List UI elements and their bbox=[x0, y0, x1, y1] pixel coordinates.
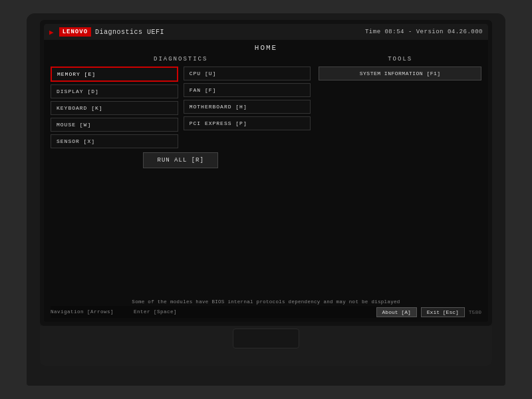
cpu-button[interactable]: CPU [U] bbox=[184, 66, 311, 80]
nav-hint-arrows: Navigation [Arrows] bbox=[51, 309, 114, 315]
keyboard-button[interactable]: KEYBOARD [K] bbox=[51, 101, 178, 115]
page-title: HOME bbox=[51, 44, 481, 52]
exit-button[interactable]: Exit [Esc] bbox=[421, 307, 465, 317]
time-version: Time 08:54 - Version 04.26.000 bbox=[365, 29, 483, 35]
tools-section: TOOLS SYSTEM INFORMATION [F1] bbox=[319, 56, 481, 297]
laptop-outer: ▶ LENOVO Diagnostics UEFI Time 08:54 - V… bbox=[27, 13, 505, 386]
notice-text: Some of the modules have BIOS internal p… bbox=[51, 297, 481, 306]
laptop-base bbox=[40, 326, 492, 366]
app-title: Diagnostics UEFI bbox=[95, 29, 164, 36]
cursor-icon: ▶ bbox=[49, 28, 54, 37]
system-info-button[interactable]: SYSTEM INFORMATION [F1] bbox=[319, 66, 481, 80]
lenovo-logo: LENOVO bbox=[59, 27, 91, 37]
display-button[interactable]: DISPLAY [D] bbox=[51, 84, 178, 98]
diag-columns: MEMORY [E] DISPLAY [D] KEYBOARD [K] MOUS… bbox=[51, 66, 311, 148]
screen-bezel: ▶ LENOVO Diagnostics UEFI Time 08:54 - V… bbox=[40, 20, 492, 326]
model-label: T580 bbox=[469, 309, 481, 315]
sensor-button[interactable]: SENSOR [X] bbox=[51, 134, 178, 148]
top-bar: ▶ LENOVO Diagnostics UEFI Time 08:54 - V… bbox=[44, 24, 488, 40]
fan-button[interactable]: FAN [F] bbox=[184, 83, 311, 97]
touchpad[interactable] bbox=[233, 329, 299, 348]
diagnostics-section-title: DIAGNOSTICS bbox=[51, 56, 311, 63]
pci-express-button[interactable]: PCI EXPRESS [P] bbox=[184, 116, 311, 130]
diagnostics-section: DIAGNOSTICS MEMORY [E] DISPLAY [D] KEYBO… bbox=[51, 56, 311, 297]
nav-bar: Navigation [Arrows] Enter [Space] bbox=[51, 306, 376, 318]
tools-section-title: TOOLS bbox=[319, 56, 481, 63]
run-all-row: RUN ALL [R] bbox=[51, 152, 311, 168]
main-content: HOME DIAGNOSTICS MEMORY [E] DISPLAY [D] … bbox=[44, 40, 488, 322]
memory-button[interactable]: MEMORY [E] bbox=[51, 66, 178, 82]
nav-hint-enter: Enter [Space] bbox=[134, 309, 177, 315]
top-bar-left: ▶ LENOVO Diagnostics UEFI bbox=[49, 27, 164, 37]
about-button[interactable]: About [A] bbox=[376, 307, 417, 317]
screen: ▶ LENOVO Diagnostics UEFI Time 08:54 - V… bbox=[44, 24, 488, 322]
diag-right-column: CPU [U] FAN [F] MOTHERBOARD [H] PCI EXPR… bbox=[184, 66, 311, 148]
motherboard-button[interactable]: MOTHERBOARD [H] bbox=[184, 100, 311, 114]
bottom-controls: Navigation [Arrows] Enter [Space] About … bbox=[51, 306, 481, 318]
action-buttons: About [A] Exit [Esc] T580 bbox=[376, 307, 481, 317]
run-all-button[interactable]: RUN ALL [R] bbox=[143, 152, 217, 168]
sections-row: DIAGNOSTICS MEMORY [E] DISPLAY [D] KEYBO… bbox=[51, 56, 481, 297]
diag-left-column: MEMORY [E] DISPLAY [D] KEYBOARD [K] MOUS… bbox=[51, 66, 178, 148]
mouse-button[interactable]: MOUSE [W] bbox=[51, 118, 178, 132]
